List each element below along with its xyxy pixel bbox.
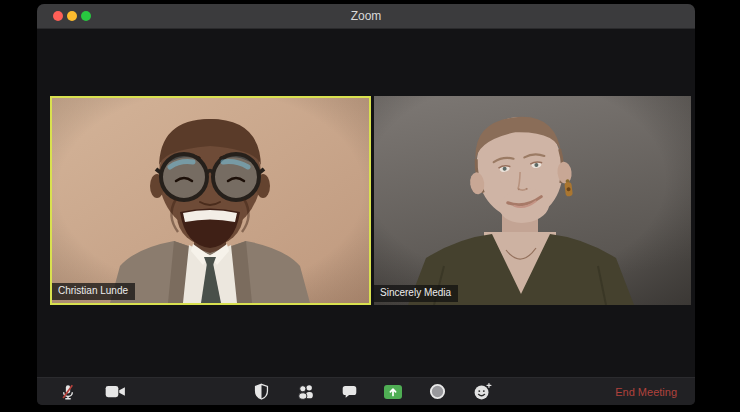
- video-tile-sincerely-media[interactable]: Sincerely Media: [374, 96, 691, 305]
- share-screen-icon: [384, 385, 402, 399]
- traffic-lights: [53, 11, 91, 21]
- chat-button[interactable]: [334, 379, 364, 405]
- screen: Zoom: [0, 0, 740, 412]
- zoom-window: Zoom: [37, 4, 695, 405]
- reactions-icon: [473, 382, 492, 401]
- video-grid: Christian Lunde: [37, 29, 695, 378]
- fullscreen-button[interactable]: [81, 11, 91, 21]
- stop-video-button[interactable]: [100, 379, 130, 405]
- security-button[interactable]: [246, 379, 276, 405]
- participants-icon: [296, 383, 316, 400]
- titlebar[interactable]: Zoom: [37, 4, 695, 29]
- woman-portrait-illustration: [374, 96, 691, 305]
- security-shield-icon: [253, 383, 270, 400]
- window-title: Zoom: [37, 4, 695, 28]
- video-camera-icon: [105, 384, 126, 399]
- end-meeting-button[interactable]: End Meeting: [611, 384, 681, 400]
- participants-button[interactable]: [291, 379, 321, 405]
- mic-muted-icon: [59, 383, 77, 401]
- record-button[interactable]: [422, 379, 452, 405]
- video-tile-christian-lunde[interactable]: Christian Lunde: [50, 96, 371, 305]
- close-button[interactable]: [53, 11, 63, 21]
- mute-button[interactable]: [53, 379, 83, 405]
- man-portrait-illustration: [52, 98, 369, 303]
- record-icon: [429, 383, 446, 400]
- share-screen-button[interactable]: [378, 379, 408, 405]
- reactions-button[interactable]: [467, 379, 497, 405]
- participant-name-label: Sincerely Media: [374, 285, 458, 302]
- minimize-button[interactable]: [67, 11, 77, 21]
- chat-icon: [341, 384, 358, 400]
- participant-name-label: Christian Lunde: [52, 283, 135, 300]
- meeting-toolbar: End Meeting: [37, 377, 695, 405]
